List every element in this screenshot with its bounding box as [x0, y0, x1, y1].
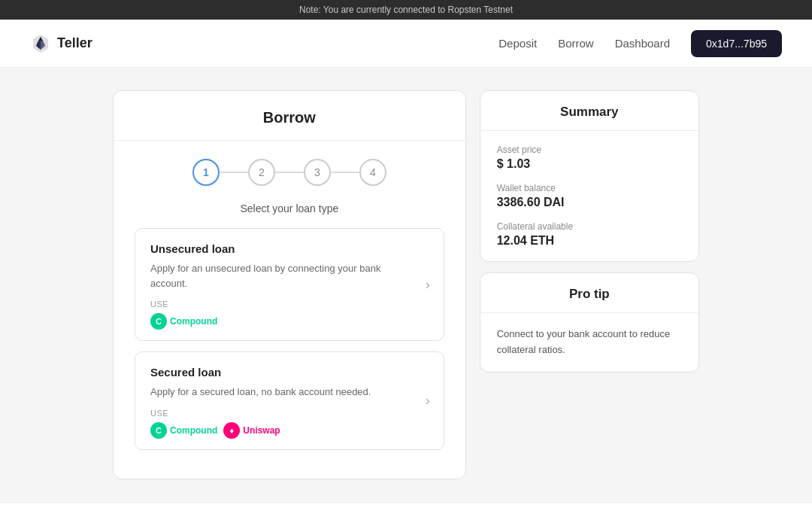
asset-price-row: Asset price $ 1.03	[497, 144, 682, 171]
step-line-3	[331, 172, 359, 173]
unsecured-chevron-icon: ›	[426, 277, 430, 293]
step-3: 3	[304, 159, 331, 186]
secured-chevron-icon: ›	[426, 393, 430, 409]
summary-panel: Summary Asset price $ 1.03 Wallet balanc…	[480, 90, 699, 262]
protip-title: Pro tip	[480, 273, 698, 313]
uniswap-logo: ♦ Uniswap	[223, 422, 280, 439]
protip-panel: Pro tip Connect to your bank account to …	[480, 272, 699, 373]
protip-text: Connect to your bank account to reduce c…	[497, 327, 682, 358]
unsecured-loan-title: Unsecured loan	[150, 242, 429, 255]
wallet-balance-row: Wallet balance 3386.60 DAI	[497, 183, 682, 209]
unsecured-use-label: USE	[150, 300, 429, 309]
steps-indicator: 1 2 3 4	[135, 159, 444, 186]
nav-dashboard[interactable]: Dashboard	[615, 37, 670, 50]
secured-logos: C Compound ♦ Uniswap	[150, 422, 429, 439]
borrow-body: 1 2 3 4 Select your loan type	[114, 141, 465, 479]
logo: Teller	[30, 33, 92, 54]
secured-loan-card[interactable]: Secured loan Apply for a secured loan, n…	[135, 351, 444, 450]
compound-logo-unsecured: C Compound	[150, 313, 217, 330]
compound-icon-2: C	[150, 422, 167, 439]
secured-loan-desc: Apply for a secured loan, no bank accoun…	[150, 385, 386, 400]
wallet-balance-value: 3386.60 DAI	[497, 196, 682, 209]
compound-logo-secured: C Compound	[150, 422, 217, 439]
step-line-2	[275, 172, 304, 173]
main-content: Borrow 1 2 3 4	[0, 68, 812, 502]
step-4: 4	[359, 159, 386, 186]
step-2: 2	[248, 159, 275, 186]
secured-loan-title: Secured loan	[150, 366, 429, 379]
step-line-1	[220, 172, 248, 173]
borrow-title: Borrow	[114, 91, 465, 141]
unsecured-loan-card[interactable]: Unsecured loan Apply for an unsecured lo…	[135, 228, 444, 341]
summary-body: Asset price $ 1.03 Wallet balance 3386.6…	[480, 131, 698, 261]
step-1: 1	[192, 159, 220, 186]
uniswap-icon: ♦	[223, 422, 240, 439]
asset-price-value: $ 1.03	[497, 157, 682, 171]
notice-text: Note: You are currently connected to Rop…	[299, 5, 513, 15]
secured-use-label: USE	[150, 409, 429, 418]
wallet-button[interactable]: 0x1d7...7b95	[691, 30, 782, 57]
summary-title: Summary	[480, 91, 698, 131]
compound-icon: C	[150, 313, 167, 330]
header: Teller Deposit Borrow Dashboard 0x1d7...…	[0, 20, 812, 68]
borrow-panel: Borrow 1 2 3 4	[113, 90, 466, 479]
right-panels: Summary Asset price $ 1.03 Wallet balanc…	[480, 90, 699, 479]
select-loan-label: Select your loan type	[135, 202, 444, 214]
nav-borrow[interactable]: Borrow	[558, 37, 594, 50]
collateral-label: Collateral available	[497, 221, 682, 232]
collateral-row: Collateral available 12.04 ETH	[497, 221, 682, 248]
logo-icon	[30, 33, 51, 54]
protip-body: Connect to your bank account to reduce c…	[480, 313, 698, 372]
asset-price-label: Asset price	[497, 144, 682, 155]
footer: Latest block: 8700208 Privacy Terms Disc…	[0, 502, 812, 509]
notice-bar: Note: You are currently connected to Rop…	[0, 0, 812, 20]
collateral-value: 12.04 ETH	[497, 234, 682, 248]
logo-text: Teller	[57, 35, 92, 51]
nav-deposit[interactable]: Deposit	[498, 37, 537, 50]
wallet-balance-label: Wallet balance	[497, 183, 682, 193]
main-nav: Deposit Borrow Dashboard 0x1d7...7b95	[498, 30, 782, 57]
unsecured-loan-desc: Apply for an unsecured loan by connectin…	[150, 261, 386, 291]
content-grid: Borrow 1 2 3 4	[113, 90, 699, 479]
unsecured-logos: C Compound	[150, 313, 429, 330]
